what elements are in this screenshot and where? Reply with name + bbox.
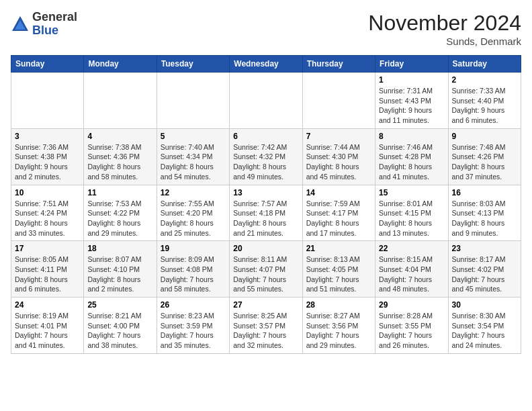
weekday-header: Wednesday <box>230 56 302 73</box>
calendar-cell: 26Sunrise: 8:23 AMSunset: 3:59 PMDayligh… <box>157 298 229 354</box>
calendar-cell: 23Sunrise: 8:17 AMSunset: 4:02 PMDayligh… <box>448 241 521 298</box>
calendar-cell: 18Sunrise: 8:07 AMSunset: 4:10 PMDayligh… <box>84 241 157 298</box>
calendar-cell: 24Sunrise: 8:19 AMSunset: 4:01 PMDayligh… <box>11 298 84 354</box>
calendar-cell: 7Sunrise: 7:44 AMSunset: 4:30 PMDaylight… <box>302 128 375 185</box>
weekday-header: Sunday <box>11 56 84 73</box>
day-info: Sunrise: 7:31 AMSunset: 4:43 PMDaylight:… <box>379 86 444 126</box>
day-info: Sunrise: 8:03 AMSunset: 4:13 PMDaylight:… <box>452 199 517 238</box>
day-number: 19 <box>161 244 226 253</box>
weekday-header: Thursday <box>302 56 375 73</box>
day-number: 12 <box>161 188 226 197</box>
calendar-cell: 12Sunrise: 7:55 AMSunset: 4:20 PMDayligh… <box>157 185 229 241</box>
day-number: 9 <box>452 132 517 141</box>
day-number: 6 <box>233 132 298 141</box>
calendar-week-row: 10Sunrise: 7:51 AMSunset: 4:24 PMDayligh… <box>11 185 521 241</box>
calendar-cell: 11Sunrise: 7:53 AMSunset: 4:22 PMDayligh… <box>84 185 157 241</box>
day-number: 27 <box>233 300 298 310</box>
day-number: 15 <box>379 188 444 197</box>
calendar-cell <box>302 73 375 129</box>
day-info: Sunrise: 8:01 AMSunset: 4:15 PMDaylight:… <box>379 199 444 238</box>
calendar-cell <box>230 73 302 129</box>
day-number: 16 <box>452 188 517 197</box>
title-block: November 2024 Sunds, Denmark <box>368 11 521 47</box>
day-info: Sunrise: 8:11 AMSunset: 4:07 PMDaylight:… <box>233 255 298 294</box>
day-number: 5 <box>161 132 226 141</box>
calendar-table: SundayMondayTuesdayWednesdayThursdayFrid… <box>11 55 521 354</box>
day-info: Sunrise: 7:33 AMSunset: 4:40 PMDaylight:… <box>452 86 517 126</box>
month-title: November 2024 <box>368 11 521 36</box>
calendar-cell: 29Sunrise: 8:28 AMSunset: 3:55 PMDayligh… <box>375 298 448 354</box>
calendar-cell <box>157 73 229 129</box>
day-number: 25 <box>87 300 152 310</box>
calendar-cell: 8Sunrise: 7:46 AMSunset: 4:28 PMDaylight… <box>375 128 448 185</box>
calendar-cell: 27Sunrise: 8:25 AMSunset: 3:57 PMDayligh… <box>230 298 302 354</box>
calendar-cell: 28Sunrise: 8:27 AMSunset: 3:56 PMDayligh… <box>302 298 375 354</box>
calendar-week-row: 1Sunrise: 7:31 AMSunset: 4:43 PMDaylight… <box>11 73 521 129</box>
calendar-cell: 25Sunrise: 8:21 AMSunset: 4:00 PMDayligh… <box>84 298 157 354</box>
logo-blue: Blue <box>32 24 77 38</box>
calendar-cell: 17Sunrise: 8:05 AMSunset: 4:11 PMDayligh… <box>11 241 84 298</box>
day-info: Sunrise: 8:15 AMSunset: 4:04 PMDaylight:… <box>379 255 444 294</box>
day-number: 21 <box>306 244 371 253</box>
location: Sunds, Denmark <box>368 36 521 47</box>
day-info: Sunrise: 7:53 AMSunset: 4:22 PMDaylight:… <box>87 199 152 238</box>
day-info: Sunrise: 7:38 AMSunset: 4:36 PMDaylight:… <box>87 142 152 182</box>
day-number: 10 <box>15 188 80 197</box>
day-info: Sunrise: 7:59 AMSunset: 4:17 PMDaylight:… <box>306 199 371 238</box>
day-number: 26 <box>161 300 226 310</box>
calendar-cell: 2Sunrise: 7:33 AMSunset: 4:40 PMDaylight… <box>448 73 521 129</box>
calendar-cell: 22Sunrise: 8:15 AMSunset: 4:04 PMDayligh… <box>375 241 448 298</box>
day-info: Sunrise: 8:07 AMSunset: 4:10 PMDaylight:… <box>87 255 152 294</box>
day-number: 8 <box>379 132 444 141</box>
calendar-cell: 10Sunrise: 7:51 AMSunset: 4:24 PMDayligh… <box>11 185 84 241</box>
calendar-cell: 19Sunrise: 8:09 AMSunset: 4:08 PMDayligh… <box>157 241 229 298</box>
calendar-cell: 15Sunrise: 8:01 AMSunset: 4:15 PMDayligh… <box>375 185 448 241</box>
day-info: Sunrise: 7:42 AMSunset: 4:32 PMDaylight:… <box>233 142 298 182</box>
day-info: Sunrise: 7:36 AMSunset: 4:38 PMDaylight:… <box>15 142 80 182</box>
calendar-cell: 5Sunrise: 7:40 AMSunset: 4:34 PMDaylight… <box>157 128 229 185</box>
day-info: Sunrise: 7:48 AMSunset: 4:26 PMDaylight:… <box>452 142 517 182</box>
day-info: Sunrise: 8:27 AMSunset: 3:56 PMDaylight:… <box>306 311 371 351</box>
day-info: Sunrise: 8:05 AMSunset: 4:11 PMDaylight:… <box>15 255 80 294</box>
day-number: 7 <box>306 132 371 141</box>
day-number: 14 <box>306 188 371 197</box>
day-info: Sunrise: 8:09 AMSunset: 4:08 PMDaylight:… <box>161 255 226 294</box>
day-info: Sunrise: 8:17 AMSunset: 4:02 PMDaylight:… <box>452 255 517 294</box>
calendar-week-row: 24Sunrise: 8:19 AMSunset: 4:01 PMDayligh… <box>11 298 521 354</box>
day-number: 17 <box>15 244 80 253</box>
calendar-cell: 3Sunrise: 7:36 AMSunset: 4:38 PMDaylight… <box>11 128 84 185</box>
page-header: General Blue November 2024 Sunds, Denmar… <box>11 11 521 47</box>
calendar-cell: 16Sunrise: 8:03 AMSunset: 4:13 PMDayligh… <box>448 185 521 241</box>
calendar-cell: 1Sunrise: 7:31 AMSunset: 4:43 PMDaylight… <box>375 73 448 129</box>
calendar-cell: 20Sunrise: 8:11 AMSunset: 4:07 PMDayligh… <box>230 241 302 298</box>
calendar-week-row: 3Sunrise: 7:36 AMSunset: 4:38 PMDaylight… <box>11 128 521 185</box>
day-number: 28 <box>306 300 371 310</box>
logo: General Blue <box>11 11 77 38</box>
day-info: Sunrise: 7:40 AMSunset: 4:34 PMDaylight:… <box>161 142 226 182</box>
calendar-cell: 14Sunrise: 7:59 AMSunset: 4:17 PMDayligh… <box>302 185 375 241</box>
calendar-cell: 9Sunrise: 7:48 AMSunset: 4:26 PMDaylight… <box>448 128 521 185</box>
day-info: Sunrise: 7:51 AMSunset: 4:24 PMDaylight:… <box>15 199 80 238</box>
day-number: 18 <box>87 244 152 253</box>
day-info: Sunrise: 8:21 AMSunset: 4:00 PMDaylight:… <box>87 311 152 351</box>
day-info: Sunrise: 8:28 AMSunset: 3:55 PMDaylight:… <box>379 311 444 351</box>
day-info: Sunrise: 8:13 AMSunset: 4:05 PMDaylight:… <box>306 255 371 294</box>
calendar-cell: 21Sunrise: 8:13 AMSunset: 4:05 PMDayligh… <box>302 241 375 298</box>
day-info: Sunrise: 8:23 AMSunset: 3:59 PMDaylight:… <box>161 311 226 351</box>
calendar-cell: 30Sunrise: 8:30 AMSunset: 3:54 PMDayligh… <box>448 298 521 354</box>
day-number: 29 <box>379 300 444 310</box>
calendar-cell <box>11 73 84 129</box>
day-number: 1 <box>379 75 444 85</box>
day-info: Sunrise: 7:55 AMSunset: 4:20 PMDaylight:… <box>161 199 226 238</box>
weekday-header: Tuesday <box>157 56 229 73</box>
day-info: Sunrise: 8:30 AMSunset: 3:54 PMDaylight:… <box>452 311 517 351</box>
calendar-cell <box>84 73 157 129</box>
logo-general: General <box>32 11 77 24</box>
day-number: 30 <box>452 300 517 310</box>
weekday-header: Saturday <box>448 56 521 73</box>
day-number: 24 <box>15 300 80 310</box>
day-number: 3 <box>15 132 80 141</box>
calendar-week-row: 17Sunrise: 8:05 AMSunset: 4:11 PMDayligh… <box>11 241 521 298</box>
day-info: Sunrise: 7:46 AMSunset: 4:28 PMDaylight:… <box>379 142 444 182</box>
day-info: Sunrise: 8:19 AMSunset: 4:01 PMDaylight:… <box>15 311 80 351</box>
